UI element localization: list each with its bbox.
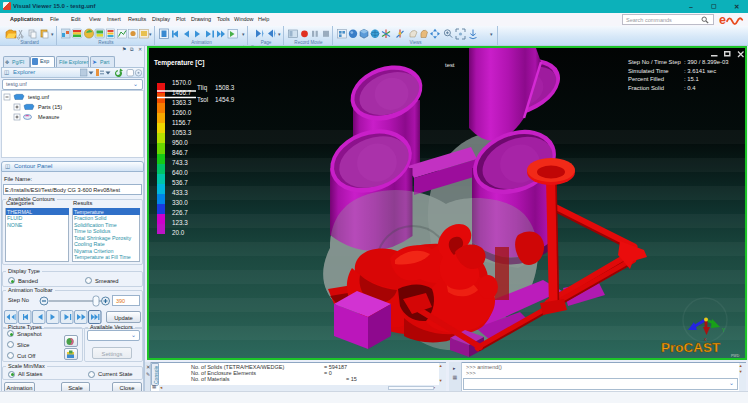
svg-text:1260.0: 1260.0 <box>172 109 192 116</box>
svg-text:1508.3: 1508.3 <box>215 84 235 91</box>
svg-text:: 0.4: : 0.4 <box>684 85 696 91</box>
svg-text:Y: Y <box>722 328 725 333</box>
svg-text:330.0: 330.0 <box>172 199 188 206</box>
svg-text:640.0: 640.0 <box>172 169 188 176</box>
svg-text:Temperature [C]: Temperature [C] <box>154 59 204 67</box>
svg-text:226.7: 226.7 <box>172 209 188 216</box>
svg-text:ProCAST: ProCAST <box>661 340 721 355</box>
svg-text:950.0: 950.0 <box>172 139 188 146</box>
svg-text:Fraction Solid: Fraction Solid <box>628 85 664 91</box>
svg-text:123.3: 123.3 <box>172 219 188 226</box>
svg-text:536.7: 536.7 <box>172 179 188 186</box>
svg-text:433.3: 433.3 <box>172 189 188 196</box>
svg-text:846.7: 846.7 <box>172 149 188 156</box>
svg-text:20.0: 20.0 <box>172 229 185 236</box>
svg-text:1156.7: 1156.7 <box>172 119 191 126</box>
svg-text:Step No / Time Step: Step No / Time Step <box>628 59 681 65</box>
svg-text:1570.0: 1570.0 <box>172 79 192 86</box>
svg-text:1363.3: 1363.3 <box>172 99 192 106</box>
svg-text:1454.9: 1454.9 <box>215 96 235 103</box>
svg-text:743.3: 743.3 <box>172 159 188 166</box>
svg-text:Console: Console <box>153 365 159 384</box>
svg-text:: 15.1: : 15.1 <box>684 76 699 82</box>
svg-text:: 3.6141 sec: : 3.6141 sec <box>684 68 716 74</box>
svg-text:test: test <box>445 62 455 68</box>
svg-text:: 390 / 8.399e-03: : 390 / 8.399e-03 <box>684 59 729 65</box>
svg-text:Tsol: Tsol <box>197 96 208 103</box>
svg-text:1466.7: 1466.7 <box>172 89 192 96</box>
svg-text:Tliq: Tliq <box>197 84 208 92</box>
svg-text:Simulated Time: Simulated Time <box>628 68 669 74</box>
svg-text:Percent Filled: Percent Filled <box>628 76 664 82</box>
svg-text:e: e <box>719 13 726 26</box>
svg-text:1053.3: 1053.3 <box>172 129 192 136</box>
svg-text:PWD: PWD <box>731 354 740 358</box>
